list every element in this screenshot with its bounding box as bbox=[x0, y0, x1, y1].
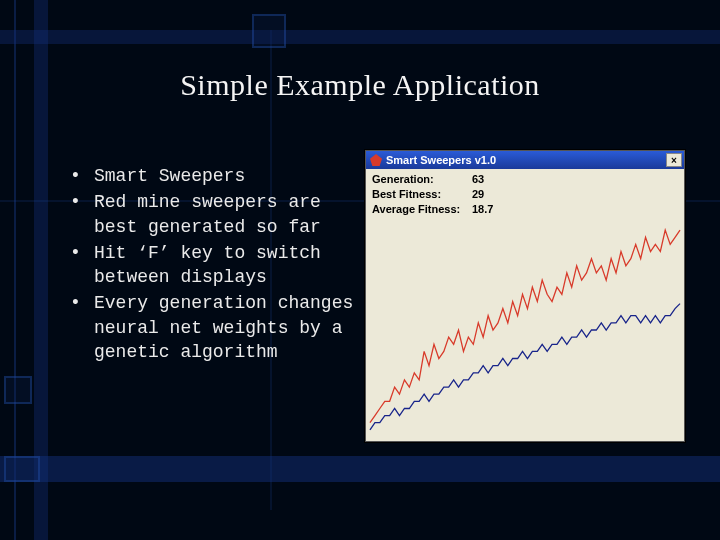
best-fitness-line bbox=[370, 230, 680, 423]
close-button[interactable]: × bbox=[666, 153, 682, 167]
stats-panel: Generation: 63 Best Fitness: 29 Average … bbox=[366, 169, 684, 219]
list-item: Smart Sweepers bbox=[70, 164, 360, 188]
avg-fitness-line bbox=[370, 303, 680, 429]
generation-value: 63 bbox=[472, 172, 484, 187]
window-title: Smart Sweepers v1.0 bbox=[386, 154, 496, 166]
list-item: Hit ‘F’ key to switch between displays bbox=[70, 241, 360, 290]
list-item: Every generation changes neural net weig… bbox=[70, 291, 360, 364]
best-fitness-label: Best Fitness: bbox=[372, 187, 472, 202]
best-fitness-value: 29 bbox=[472, 187, 484, 202]
avg-fitness-value: 18.7 bbox=[472, 202, 493, 217]
app-window: Smart Sweepers v1.0 × Generation: 63 Bes… bbox=[365, 150, 685, 442]
slide-title: Simple Example Application bbox=[0, 68, 720, 102]
avg-fitness-label: Average Fitness: bbox=[372, 202, 472, 217]
fitness-chart bbox=[366, 219, 684, 441]
app-icon bbox=[370, 154, 382, 166]
list-item: Red mine sweepers are best generated so … bbox=[70, 190, 360, 239]
window-titlebar: Smart Sweepers v1.0 × bbox=[366, 151, 684, 169]
bullet-list: Smart Sweepers Red mine sweepers are bes… bbox=[70, 164, 360, 366]
generation-label: Generation: bbox=[372, 172, 472, 187]
